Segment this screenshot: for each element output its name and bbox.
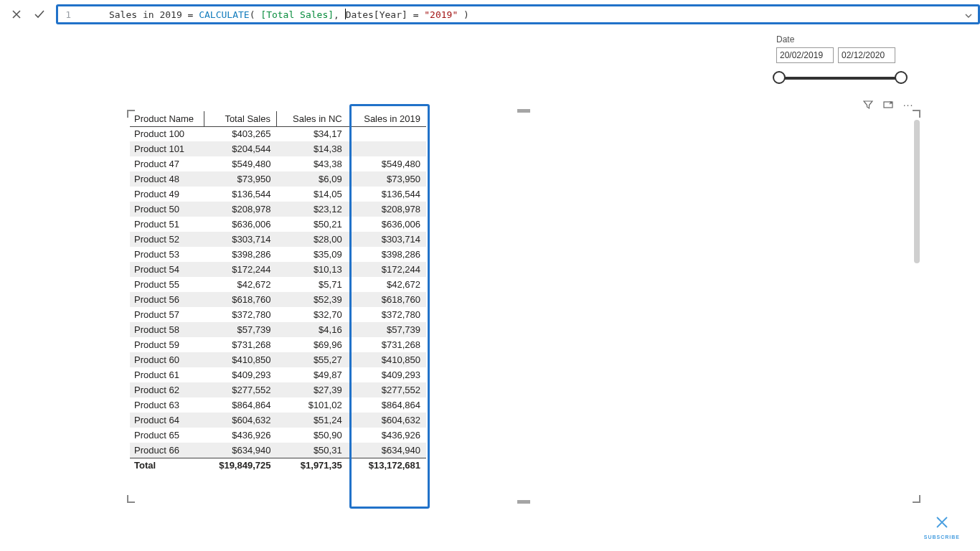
formula-commit-button[interactable] [33,8,46,21]
date-slider-thumb-right[interactable] [895,71,908,84]
table-row[interactable]: Product 51$636,006$50,21$636,006 [130,217,426,232]
col-header-nc[interactable]: Sales in NC [276,111,347,126]
table-row[interactable]: Product 56$618,760$52,39$618,760 [130,292,426,307]
resize-handle-top[interactable] [517,109,530,113]
table-row[interactable]: Product 47$549,480$43,38$549,480 [130,156,426,171]
table-total-row: Total $19,849,725 $1,971,35 $13,172,681 [130,458,426,473]
svg-point-1 [938,518,939,519]
table-row[interactable]: Product 65$436,926$50,90$436,926 [130,428,426,443]
date-slicer: Date [776,34,920,85]
more-options-icon[interactable]: ··· [903,99,914,110]
table-row[interactable]: Product 57$372,780$32,70$372,780 [130,307,426,322]
table-visual[interactable]: Product Name Total Sales Sales in NC Sal… [128,110,920,502]
table-row[interactable]: Product 64$604,632$51,24$604,632 [130,413,426,428]
resize-corner-bl[interactable] [127,494,136,503]
table-row[interactable]: Product 53$398,286$35,09$398,286 [130,247,426,262]
table-row[interactable]: Product 62$277,552$27,39$277,552 [130,382,426,397]
data-table: Product Name Total Sales Sales in NC Sal… [130,111,426,473]
col-header-product[interactable]: Product Name [130,111,204,126]
formula-cancel-button[interactable] [10,8,23,21]
table-row[interactable]: Product 58$57,739$4,16$57,739 [130,322,426,337]
col-header-total[interactable]: Total Sales [204,111,276,126]
resize-corner-tl[interactable] [127,110,136,118]
date-slider[interactable] [779,70,901,85]
resize-handle-bottom[interactable] [517,500,530,504]
table-row[interactable]: Product 60$410,850$55,27$410,850 [130,352,426,367]
subscribe-badge[interactable]: SUBSCRIBE [924,514,960,540]
table-row[interactable]: Product 52$303,714$28,00$303,714 [130,232,426,247]
table-row[interactable]: Product 59$731,268$69,96$731,268 [130,337,426,352]
filter-icon[interactable] [862,99,874,110]
table-row[interactable]: Product 66$634,940$50,31$634,940 [130,443,426,458]
table-row[interactable]: Product 54$172,244$10,13$172,244 [130,262,426,277]
table-row[interactable]: Product 100$403,265$34,17 [130,126,426,141]
resize-corner-tr[interactable] [912,110,920,118]
col-header-2019[interactable]: Sales in 2019 [348,111,426,126]
table-row[interactable]: Product 49$136,544$14,05$136,544 [130,187,426,202]
formula-expand-button[interactable] [963,11,974,21]
table-row[interactable]: Product 61$409,293$49,87$409,293 [130,367,426,382]
focus-mode-icon[interactable] [882,99,894,110]
table-row[interactable]: Product 50$208,978$23,12$208,978 [130,202,426,217]
formula-input[interactable]: 1 Sales in 2019 = CALCULATE( [Total Sale… [56,4,980,24]
date-slicer-label: Date [776,34,920,44]
date-slider-thumb-left[interactable] [773,71,786,84]
table-row[interactable]: Product 55$42,672$5,71$42,672 [130,277,426,292]
table-row[interactable]: Product 63$864,864$101,02$864,864 [130,397,426,413]
dna-icon [924,514,960,534]
scrollbar-thumb[interactable] [914,120,920,263]
date-from-input[interactable] [776,47,834,63]
date-to-input[interactable] [838,47,895,63]
formula-line-number: 1 [61,9,71,20]
svg-point-2 [945,525,946,527]
table-row[interactable]: Product 48$73,950$6,09$73,950 [130,171,426,187]
resize-corner-br[interactable] [912,494,920,503]
table-row[interactable]: Product 101$204,544$14,38 [130,141,426,156]
table-header-row: Product Name Total Sales Sales in NC Sal… [130,111,426,126]
